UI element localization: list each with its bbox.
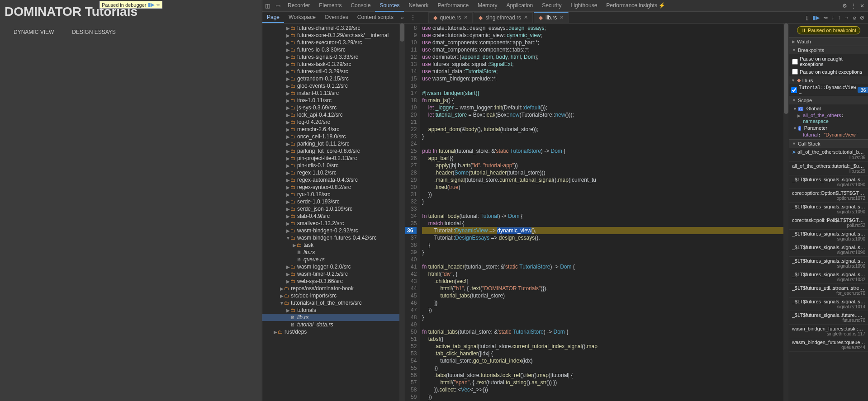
breakpoint-file-row[interactable]: ▼◆lib.rs: [789, 76, 868, 84]
more-tabs-icon[interactable]: »: [398, 14, 407, 21]
tree-folder[interactable]: ▶🗀pin-project-lite-0.2.13/src: [262, 155, 405, 162]
tree-file[interactable]: 🗎queue.rs: [262, 256, 405, 263]
tree-folder[interactable]: ▶🗀src/doc-imports/src: [262, 292, 405, 299]
tree-folder[interactable]: ▶🗀serde_json-1.0.109/src: [262, 205, 405, 212]
tree-folder[interactable]: ▶🗀slab-0.4.9/src: [262, 212, 405, 220]
close-icon[interactable]: ✕: [860, 3, 864, 9]
callstack-frame[interactable]: wasm_bindgen_futures::queue::Q…queue.rs:…: [789, 338, 868, 352]
devtools-tab-performance[interactable]: Performance: [433, 0, 473, 12]
callstack-frame[interactable]: _$LT$futures_signals..signal..signa…sign…: [789, 203, 868, 216]
devtools-tab-recorder[interactable]: Recorder: [283, 0, 314, 12]
tree-folder[interactable]: ▶🗀parking_lot-0.11.2/src: [262, 140, 405, 147]
pause-caught-checkbox[interactable]: Pause on caught exceptions: [792, 68, 865, 75]
callstack-frame[interactable]: _$LT$futures_signals..signal..signa…sign…: [789, 257, 868, 270]
watch-header[interactable]: ▶Watch: [789, 37, 868, 46]
tree-folder[interactable]: ▶🗀wasm-logger-0.2.0/src: [262, 263, 405, 270]
step-into-icon[interactable]: ↓: [831, 14, 834, 21]
step-icon[interactable]: →: [844, 14, 849, 21]
tree-folder[interactable]: ▶🗀regex-syntax-0.8.2/src: [262, 184, 405, 191]
callstack-frame[interactable]: core::option::Option$LT$T$GT$::m…option.…: [789, 189, 868, 203]
callstack-frame[interactable]: _$LT$futures_signals..signal..signa…sign…: [789, 230, 868, 243]
callstack-frame[interactable]: all_of_the_others::tutorial_body::…lib.r…: [789, 148, 868, 162]
step-button[interactable]: ⤼: [156, 2, 160, 8]
sub-tab-overrides[interactable]: Overrides: [320, 12, 353, 23]
tree-folder[interactable]: ▶🗀futures-executor-0.3.29/src: [262, 39, 405, 46]
tree-folder[interactable]: ▶🗀pin-utils-0.1.0/src: [262, 162, 405, 169]
device-toggle-icon[interactable]: ▭: [273, 3, 283, 9]
tree-folder[interactable]: ▶🗀memchr-2.6.4/src: [262, 126, 405, 133]
editor-scrollbar[interactable]: [783, 24, 789, 401]
tree-folder[interactable]: ▶🗀wasm-timer-0.2.5/src: [262, 270, 405, 278]
file-tab-lib-rs[interactable]: ◆lib.rs✕: [534, 12, 569, 23]
scope-var-tutorial[interactable]: tutorial: "DynamicView": [792, 132, 865, 138]
step-over-icon[interactable]: ⤼: [823, 14, 828, 21]
tree-folder[interactable]: ▶🗀serde-1.0.193/src: [262, 198, 405, 205]
file-tab-queue-rs[interactable]: ◆queue.rs✕: [428, 12, 473, 23]
scope-parameter[interactable]: ▼i Parameter: [792, 125, 865, 132]
breakpoint-checkbox[interactable]: [791, 87, 797, 93]
devtools-tab-security[interactable]: Security: [537, 0, 566, 12]
callstack-header[interactable]: ▼Call Stack: [789, 139, 868, 148]
callstack-frame[interactable]: all_of_the_others::tutorial::_$u7b…lib.r…: [789, 162, 868, 175]
tree-folder[interactable]: ▶🗀web-sys-0.3.66/src: [262, 278, 405, 285]
gear-icon[interactable]: ⚙: [842, 3, 847, 9]
sources-menu-icon[interactable]: ⋮: [407, 14, 419, 21]
code-area[interactable]: use crate::tutorials::design_essays::des…: [420, 24, 789, 401]
sub-tab-content-scripts[interactable]: Content scripts: [353, 12, 398, 23]
devtools-tab-network[interactable]: Network: [404, 0, 433, 12]
scope-global[interactable]: ▼G Global: [792, 105, 865, 112]
tree-folder[interactable]: ▼🗀tutorials/all_of_the_others/src: [262, 299, 405, 307]
source-editor[interactable]: 8910111213141516171819202122232425262728…: [405, 24, 789, 401]
step-out-icon[interactable]: ↑: [838, 14, 840, 21]
tree-folder[interactable]: ▶🗀js-sys-0.3.69/src: [262, 104, 405, 111]
file-navigator[interactable]: ▶🗀futures-channel-0.3.29/src▶🗀futures-co…: [262, 24, 405, 401]
tree-file[interactable]: 🗎lib.rs: [262, 314, 405, 321]
tree-folder[interactable]: ▶🗀futures-task-0.3.29/src: [262, 61, 405, 68]
hide-debugger-icon[interactable]: ▯: [806, 14, 809, 21]
callstack-frame[interactable]: _$LT$futures_signals..signal..signa…sign…: [789, 270, 868, 284]
tree-file[interactable]: 🗎lib.rs: [262, 249, 405, 256]
callstack-frame[interactable]: core::task::poll::Poll$LT$T$GT$::m…poll.…: [789, 216, 868, 230]
tree-folder[interactable]: ▶🗀futures-core-0.3.29/src/task/__interna…: [262, 32, 405, 39]
devtools-tab-performance-insights-[interactable]: Performance insights ⚡: [602, 0, 670, 12]
tree-folder[interactable]: ▶🗀regex-1.10.2/src: [262, 169, 405, 176]
devtools-tab-sources[interactable]: Sources: [375, 0, 404, 12]
app-tab-design-essays[interactable]: DESIGN ESSAYS: [72, 29, 115, 35]
tree-folder[interactable]: ▶🗀futures-channel-0.3.29/src: [262, 24, 405, 32]
close-icon[interactable]: ✕: [464, 14, 468, 20]
tree-folder[interactable]: ▶🗀parking_lot_core-0.8.6/src: [262, 147, 405, 155]
tree-folder[interactable]: ▶🗀once_cell-1.18.0/src: [262, 133, 405, 140]
devtools-tab-memory[interactable]: Memory: [473, 0, 502, 12]
callstack-frame[interactable]: _$LT$futures_signals..signal..signa…sign…: [789, 175, 868, 189]
tree-file[interactable]: 🗎tutorial_data.rs: [262, 321, 405, 328]
more-icon[interactable]: ⋮: [851, 3, 856, 9]
callstack-list[interactable]: all_of_the_others::tutorial_body::…lib.r…: [789, 148, 868, 401]
close-icon[interactable]: ✕: [524, 14, 528, 20]
file-tab-singlethread-rs[interactable]: ◆singlethread.rs✕: [474, 12, 533, 23]
tree-folder[interactable]: ▶🗀futures-util-0.3.29/src: [262, 68, 405, 75]
callstack-frame[interactable]: _$LT$futures_signals..signal..signa…sign…: [789, 243, 868, 257]
sub-tab-page[interactable]: Page: [262, 12, 284, 23]
resume-icon[interactable]: ▮▶: [812, 14, 820, 21]
tree-folder[interactable]: ▶🗀task: [262, 241, 405, 249]
sub-tab-workspace[interactable]: Workspace: [284, 12, 320, 23]
devtools-tab-lighthouse[interactable]: Lighthouse: [566, 0, 602, 12]
tree-folder[interactable]: ▶🗀smallvec-1.13.2/src: [262, 220, 405, 227]
tree-folder[interactable]: ▶🗀ryu-1.0.18/src: [262, 191, 405, 198]
tree-folder[interactable]: ▶🗀tutorials: [262, 307, 405, 314]
close-icon[interactable]: ✕: [560, 14, 564, 20]
breakpoints-header[interactable]: ▼Breakpoints: [789, 46, 868, 54]
devtools-tab-console[interactable]: Console: [346, 0, 375, 12]
callstack-frame[interactable]: _$LT$futures_signals..signal..signa…sign…: [789, 297, 868, 311]
tree-folder[interactable]: ▼🗀wasm-bindgen-futures-0.4.42/src: [262, 234, 405, 241]
tree-scrollbar[interactable]: [399, 24, 405, 401]
devtools-tab-elements[interactable]: Elements: [314, 0, 346, 12]
tree-folder[interactable]: ▶🗀gloo-events-0.1.2/src: [262, 82, 405, 90]
tree-folder[interactable]: ▶🗀futures-io-0.3.30/src: [262, 46, 405, 53]
pause-exceptions-icon[interactable]: ⊘: [860, 14, 864, 21]
callstack-frame[interactable]: _$LT$futures_util..stream..stream…for_ea…: [789, 284, 868, 297]
callstack-frame[interactable]: _$LT$futures_signals..future..Canc…futur…: [789, 311, 868, 325]
tree-folder[interactable]: ▶🗀rust/deps: [262, 328, 405, 335]
tree-folder[interactable]: ▶🗀lock_api-0.4.12/src: [262, 111, 405, 118]
inspect-icon[interactable]: ◫: [262, 3, 273, 9]
